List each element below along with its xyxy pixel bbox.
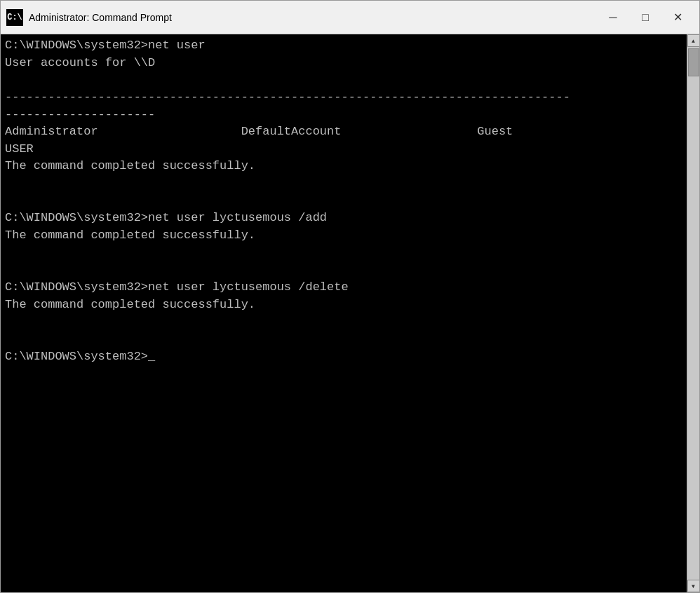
terminal-line: C:\WINDOWS\system32>net user lyctusemous… [5, 279, 682, 296]
terminal-line [5, 175, 682, 193]
title-bar: C:\ Administrator: Command Prompt ─ □ ✕ [1, 1, 699, 34]
close-button[interactable]: ✕ [661, 6, 694, 29]
window-icon: C:\ [6, 9, 23, 26]
scroll-down-button[interactable]: ▼ [687, 580, 700, 592]
content-area: C:\WINDOWS\system32>net userUser account… [1, 34, 699, 592]
maximize-button[interactable]: □ [629, 6, 661, 29]
terminal-line: The command completed successfully. [5, 158, 682, 175]
terminal-line [5, 331, 682, 348]
terminal-line: C:\WINDOWS\system32>net user lyctusemous… [5, 210, 682, 227]
command-prompt-window: C:\ Administrator: Command Prompt ─ □ ✕ … [0, 0, 700, 593]
terminal-line: The command completed successfully. [5, 227, 682, 245]
terminal-line: Administrator DefaultAccount Guest [5, 123, 682, 141]
terminal-line: USER [5, 141, 682, 158]
terminal-line [5, 261, 682, 279]
terminal-line: The command completed successfully. [5, 296, 682, 314]
terminal-line [5, 245, 682, 262]
scrollbar[interactable]: ▲ ▼ [687, 34, 699, 592]
terminal-line [5, 193, 682, 210]
terminal-line: C:\WINDOWS\system32>_ [5, 348, 682, 366]
scroll-thumb[interactable] [688, 48, 699, 76]
terminal-line [5, 71, 682, 89]
window-title: Administrator: Command Prompt [29, 12, 597, 23]
terminal-line [5, 313, 682, 331]
minimize-button[interactable]: ─ [597, 6, 629, 29]
terminal-line: ----------------------------------------… [5, 89, 682, 107]
terminal-line: C:\WINDOWS\system32>net user [5, 37, 682, 55]
scroll-track[interactable] [687, 47, 700, 580]
terminal-line: User accounts for \\D [5, 55, 682, 72]
scroll-up-button[interactable]: ▲ [687, 34, 700, 47]
window-controls: ─ □ ✕ [597, 6, 694, 29]
terminal-output[interactable]: C:\WINDOWS\system32>net userUser account… [1, 34, 687, 592]
terminal-line: --------------------- [5, 107, 682, 124]
